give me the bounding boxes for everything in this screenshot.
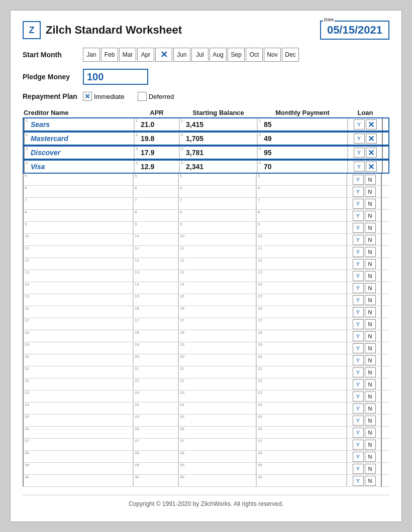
loan-y-button[interactable]: Y xyxy=(353,367,364,377)
loan-n-button[interactable]: ✕ xyxy=(366,148,377,158)
loan-n-button[interactable]: N xyxy=(365,428,376,438)
loan-y-button[interactable]: Y xyxy=(353,391,364,402)
loan-n-button[interactable]: N xyxy=(365,307,376,317)
loan-cell[interactable]: YN xyxy=(347,198,382,209)
loan-y-button[interactable]: Y xyxy=(353,211,364,221)
apr-cell[interactable]: 121.0 xyxy=(134,118,179,130)
loan-cell[interactable]: YN xyxy=(347,258,382,270)
loan-y-button[interactable]: Y xyxy=(353,259,364,269)
loan-y-button[interactable]: Y xyxy=(354,134,365,144)
loan-n-button[interactable]: N xyxy=(365,223,376,233)
creditor-name-cell[interactable]: 3Discover xyxy=(24,147,134,159)
loan-n-button[interactable]: N xyxy=(365,247,376,257)
balance-cell[interactable]: 42,341 xyxy=(179,161,257,173)
loan-n-button[interactable]: N xyxy=(365,211,376,221)
loan-cell[interactable]: YN xyxy=(347,390,382,402)
loan-y-button[interactable]: Y xyxy=(353,428,364,438)
creditor-name-cell[interactable]: 2Mastercard xyxy=(24,132,134,145)
loan-cell[interactable]: YN xyxy=(347,439,382,450)
loan-cell[interactable]: Y✕ xyxy=(348,147,383,159)
loan-n-button[interactable]: N xyxy=(365,343,376,353)
loan-n-button[interactable]: N xyxy=(365,464,376,474)
loan-n-button[interactable]: N xyxy=(365,452,376,462)
loan-cell[interactable]: YN xyxy=(347,270,382,282)
loan-n-button[interactable]: N xyxy=(365,379,376,389)
loan-n-button[interactable]: N xyxy=(365,331,376,341)
balance-cell[interactable]: 33,781 xyxy=(179,147,257,159)
month-btn-jan[interactable]: Jan xyxy=(83,48,100,62)
loan-y-button[interactable]: Y xyxy=(353,464,364,474)
loan-cell[interactable]: YN xyxy=(347,234,382,245)
loan-n-button[interactable]: N xyxy=(365,476,376,486)
apr-cell[interactable]: 219.8 xyxy=(134,132,179,145)
loan-cell[interactable]: Y✕ xyxy=(348,132,383,145)
loan-y-button[interactable]: Y xyxy=(354,119,365,129)
loan-y-button[interactable]: Y xyxy=(353,416,364,426)
loan-cell[interactable]: YN xyxy=(347,318,382,330)
loan-y-button[interactable]: Y xyxy=(353,355,364,365)
payment-cell[interactable]: 470 xyxy=(257,161,348,173)
loan-y-button[interactable]: Y xyxy=(353,283,364,293)
loan-cell[interactable]: YN xyxy=(347,451,382,462)
pledge-input[interactable] xyxy=(83,69,148,85)
loan-cell[interactable]: YN xyxy=(347,222,382,233)
loan-y-button[interactable]: Y xyxy=(353,379,364,389)
loan-cell[interactable]: YN xyxy=(347,463,382,474)
loan-cell[interactable]: YN xyxy=(347,174,382,185)
loan-n-button[interactable]: N xyxy=(365,404,376,414)
loan-cell[interactable]: YN xyxy=(347,403,382,414)
payment-cell[interactable]: 185 xyxy=(257,118,348,130)
loan-n-button[interactable]: N xyxy=(365,391,376,402)
loan-cell[interactable]: YN xyxy=(347,306,382,318)
loan-n-button[interactable]: N xyxy=(365,319,376,329)
apr-cell[interactable]: 317.9 xyxy=(134,147,179,159)
month-btn-dec[interactable]: Dec xyxy=(282,48,299,62)
month-btn-may[interactable]: May xyxy=(155,48,172,62)
balance-cell[interactable]: 21,705 xyxy=(179,132,257,145)
payment-cell[interactable]: 395 xyxy=(257,147,348,159)
loan-cell[interactable]: Y✕ xyxy=(348,161,383,173)
loan-n-button[interactable]: N xyxy=(365,187,376,197)
loan-n-button[interactable]: N xyxy=(365,199,376,209)
loan-cell[interactable]: YN xyxy=(347,186,382,197)
loan-n-button[interactable]: N xyxy=(365,367,376,377)
apr-cell[interactable]: 412.9 xyxy=(134,161,179,173)
loan-cell[interactable]: YN xyxy=(347,330,382,342)
loan-y-button[interactable]: Y xyxy=(353,175,364,185)
loan-cell[interactable]: YN xyxy=(347,282,382,294)
loan-n-button[interactable]: ✕ xyxy=(366,119,377,129)
loan-n-button[interactable]: N xyxy=(365,235,376,245)
loan-cell[interactable]: YN xyxy=(347,378,382,390)
loan-y-button[interactable]: Y xyxy=(353,476,364,486)
loan-y-button[interactable]: Y xyxy=(353,223,364,233)
balance-cell[interactable]: 13,415 xyxy=(179,118,257,130)
loan-n-button[interactable]: N xyxy=(365,175,376,185)
loan-n-button[interactable]: N xyxy=(365,283,376,293)
loan-y-button[interactable]: Y xyxy=(353,343,364,353)
loan-cell[interactable]: YN xyxy=(347,246,382,257)
loan-y-button[interactable]: Y xyxy=(353,440,364,450)
loan-y-button[interactable]: Y xyxy=(353,319,364,329)
month-btn-apr[interactable]: Apr xyxy=(137,48,154,62)
loan-y-button[interactable]: Y xyxy=(354,162,365,172)
loan-cell[interactable]: Y✕ xyxy=(348,118,383,130)
loan-y-button[interactable]: Y xyxy=(353,295,364,305)
deferred-checkbox[interactable] xyxy=(138,92,147,101)
loan-y-button[interactable]: Y xyxy=(353,247,364,257)
loan-y-button[interactable]: Y xyxy=(353,404,364,414)
loan-y-button[interactable]: Y xyxy=(353,271,364,281)
loan-n-button[interactable]: N xyxy=(365,440,376,450)
loan-cell[interactable]: YN xyxy=(347,294,382,306)
payment-cell[interactable]: 249 xyxy=(257,132,348,145)
loan-n-button[interactable]: N xyxy=(365,259,376,269)
loan-y-button[interactable]: Y xyxy=(354,148,365,158)
loan-cell[interactable]: YN xyxy=(347,210,382,221)
immediate-option[interactable]: ✕ Immediate xyxy=(83,92,125,101)
month-btn-jun[interactable]: Jun xyxy=(173,48,190,62)
month-btn-mar[interactable]: Mar xyxy=(119,48,136,62)
loan-n-button[interactable]: ✕ xyxy=(366,162,377,172)
loan-y-button[interactable]: Y xyxy=(353,235,364,245)
deferred-option[interactable]: Deferred xyxy=(138,92,174,101)
loan-n-button[interactable]: ✕ xyxy=(366,134,377,144)
loan-y-button[interactable]: Y xyxy=(353,307,364,317)
